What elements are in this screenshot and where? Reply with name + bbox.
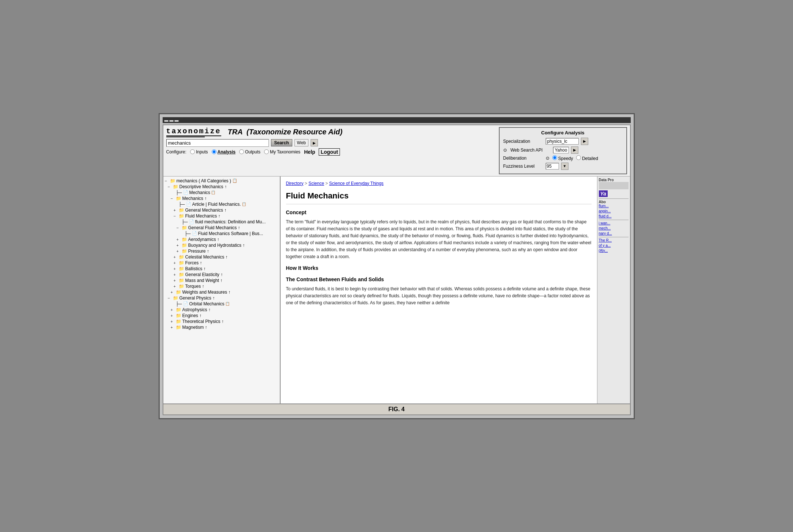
list-item[interactable]: ├─📄 Article | Fluid Mechanics. 📋 xyxy=(174,201,278,207)
web-search-label: Web Search API xyxy=(511,148,551,153)
specialization-label: Specialization xyxy=(503,139,544,144)
web-search-icon[interactable]: ▶ xyxy=(571,146,578,154)
tra-title: TRA (Taxonomize Resource Aid) xyxy=(228,128,342,136)
inputs-radio[interactable]: Inputs xyxy=(190,149,208,155)
deliberation-label: Deliberation xyxy=(503,156,544,161)
sidebar-link[interactable]: angin... xyxy=(599,209,629,213)
fig-caption: FIG. 4 xyxy=(163,403,630,414)
my-taxonomies-radio[interactable]: My Taxonomies xyxy=(264,149,300,155)
sidebar-link[interactable]: The R... xyxy=(599,238,629,242)
list-item[interactable]: −📁 General Physics ↑ xyxy=(168,295,278,301)
search-input[interactable] xyxy=(166,139,269,147)
tree-panel: − 📁 mechanics ( All Categories ) 📋 −📁 De… xyxy=(163,176,281,403)
mass-weight-tree-item[interactable]: +📁 Mass and Weight ↑ xyxy=(174,278,278,283)
logo-text: taxonomize xyxy=(166,127,221,135)
top-bar: ▬ ▬ ▬ xyxy=(163,117,631,123)
fuzziness-label: Fuzziness Level xyxy=(503,164,544,169)
contrast-heading: The Contrast Between Fluids and Solids xyxy=(286,276,592,283)
configure-label: Configure: xyxy=(166,149,186,155)
specialization-input[interactable] xyxy=(546,138,579,145)
root-label: mechanics ( All Categories ) xyxy=(177,178,231,183)
radio-icon: ⊙ xyxy=(503,148,507,153)
list-item[interactable]: +📁 Celestial Mechanics ↑ xyxy=(174,254,278,260)
analysis-radio[interactable]: Analysis xyxy=(212,149,236,155)
logout-link[interactable]: Logout xyxy=(319,148,340,156)
list-item[interactable]: +📁 Engines ↑ xyxy=(171,313,278,319)
list-item[interactable]: −📁 General Fluid Mechanics ↑ xyxy=(177,225,278,231)
concept-heading: Concept xyxy=(286,209,592,216)
list-item[interactable]: ├─📄 Fluid Mechanics Software | Bus... xyxy=(179,231,278,237)
list-item[interactable]: +📁 Magnetism ↑ xyxy=(171,324,278,330)
how-it-works-heading: How It Works xyxy=(286,264,592,272)
list-item[interactable]: +📁 General Mechanics ↑ xyxy=(174,207,278,213)
ballistics-tree-item[interactable]: +📁 Ballistics ↑ xyxy=(174,266,278,272)
list-item[interactable]: +📁 Weights and Measures ↑ xyxy=(171,289,278,295)
fuzziness-input[interactable] xyxy=(546,163,559,170)
list-item[interactable]: +📁 Pressure ↑ xyxy=(177,248,278,254)
breadcrumb-everyday[interactable]: Science of Everyday Things xyxy=(329,181,384,186)
list-item[interactable]: +📁 General Elasticity ↑ xyxy=(174,272,278,278)
search-icon-btn[interactable]: ▶ xyxy=(311,139,318,146)
sidebar-link[interactable]: mech... xyxy=(599,226,629,230)
forces-tree-item[interactable]: +📁 Forces ↑ xyxy=(174,260,278,266)
list-item[interactable]: ├─📄 Orbital Mechanics 📋 xyxy=(171,301,278,307)
tree-root[interactable]: − 📁 mechanics ( All Categories ) 📋 xyxy=(165,178,278,184)
logo: taxonomize xyxy=(166,127,221,137)
about-label: Abo xyxy=(599,200,629,204)
help-link[interactable]: Help xyxy=(304,149,315,155)
right-sidebar: Data Pro Ya Abo flum... angin... fluid d… xyxy=(597,176,630,403)
detailed-radio[interactable]: Detailed xyxy=(576,155,598,161)
list-item[interactable]: ├─📄 Mechanics 📋 xyxy=(171,190,278,196)
root-folder-icon: 📁 xyxy=(170,178,175,183)
list-item[interactable]: +📁 Aerodynamics ↑ xyxy=(177,237,278,242)
configure-panel-title: Configure Analysis xyxy=(503,130,623,135)
breadcrumb-science[interactable]: Science xyxy=(308,181,324,186)
speedy-radio[interactable]: Speedy xyxy=(552,155,573,161)
specialization-icon[interactable]: ▶ xyxy=(581,138,588,145)
sidebar-link[interactable]: fluid d... xyxy=(599,214,629,218)
search-button[interactable]: Search xyxy=(271,139,292,146)
breadcrumb: Directory > Science > Science of Everyda… xyxy=(286,180,592,187)
sidebar-link[interactable]: of y a... xyxy=(599,243,629,248)
list-item[interactable]: +📁 Torques ↑ xyxy=(174,283,278,289)
data-pro-label: Data Pro xyxy=(599,178,629,182)
web-search-value: Yahoo xyxy=(553,147,569,153)
fuzziness-icon[interactable]: ▼ xyxy=(561,163,568,170)
outputs-radio[interactable]: Outputs xyxy=(239,149,260,155)
list-item[interactable]: +📁 Buoyancy and Hydrostatics ↑ xyxy=(177,242,278,248)
concept-text: The term "fluid" in everyday language ty… xyxy=(286,219,592,261)
sidebar-link[interactable]: (Aly... xyxy=(599,249,629,253)
breadcrumb-directory[interactable]: Directory xyxy=(286,181,304,186)
list-item[interactable]: −📁 Descriptive Mechanics ↑ xyxy=(168,184,278,190)
root-expand-icon[interactable]: − xyxy=(165,179,169,183)
web-button[interactable]: Web xyxy=(294,139,308,146)
root-action-icon[interactable]: 📋 xyxy=(232,178,237,183)
contrast-text: To understand fluids, it is best to begi… xyxy=(286,286,592,307)
configure-analysis-panel: Configure Analysis Specialization ▶ ⊙ We… xyxy=(499,127,627,174)
theoretical-physics-tree-item[interactable]: +📁 Theoretical Physics ↑ xyxy=(171,319,278,324)
yahoo-badge: Ya xyxy=(599,190,608,197)
speedy-radio-icon: ⊙ xyxy=(546,156,549,161)
list-item[interactable]: −📁 Fluid Mechanics ↑ xyxy=(174,213,278,219)
sidebar-link[interactable]: i wan... xyxy=(599,221,629,225)
sidebar-link[interactable]: flum... xyxy=(599,204,629,208)
list-item[interactable]: ├─📄 fluid mechanics: Definition and Mu..… xyxy=(177,219,278,225)
list-item[interactable]: −📁 Mechanics ↑ xyxy=(171,196,278,201)
astrophysics-tree-item[interactable]: +📁 Astrophysics ↑ xyxy=(171,307,278,313)
article-title: Fluid Mechanics xyxy=(286,190,592,204)
content-panel: Directory > Science > Science of Everyda… xyxy=(281,176,597,403)
sidebar-link[interactable]: nary d... xyxy=(599,231,629,235)
